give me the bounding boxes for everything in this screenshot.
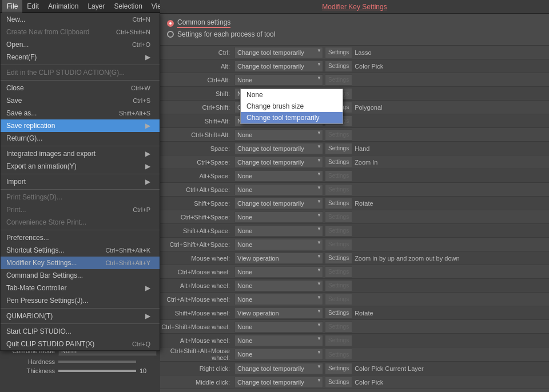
row-settings-button[interactable]: Settings bbox=[325, 307, 352, 319]
row-dropdown-wrapper[interactable]: None bbox=[234, 335, 323, 346]
row-dropdown-wrapper[interactable]: None bbox=[234, 239, 323, 250]
row-dropdown[interactable]: None bbox=[234, 239, 323, 250]
menu-qumarion[interactable]: QUMARION(T) ▶ bbox=[1, 310, 160, 322]
row-dropdown[interactable]: Change tool temporarily bbox=[234, 377, 323, 388]
menu-return[interactable]: Return(G)... bbox=[1, 132, 160, 145]
menu-quit[interactable]: Quit CLIP STUDIO PAINT(X) Ctrl+Q bbox=[1, 338, 160, 350]
menu-recent[interactable]: Recent(F) ▶ bbox=[1, 51, 160, 63]
menu-open[interactable]: Open... Ctrl+O bbox=[1, 38, 160, 51]
menu-export-animation[interactable]: Export an animation(Y) ▶ bbox=[1, 160, 160, 173]
row-settings-button[interactable]: Settings bbox=[325, 253, 352, 264]
menu-modifier-key-settings[interactable]: Modifier Key Settings... Ctrl+Shift+Alt+… bbox=[1, 257, 160, 269]
row-dropdown-wrapper[interactable]: Change tool temporarily bbox=[234, 377, 323, 388]
row-dropdown[interactable]: None bbox=[234, 349, 323, 360]
row-dropdown-wrapper[interactable]: None bbox=[234, 129, 323, 141]
menu-integrated-export[interactable]: Integrated images and export ▶ bbox=[1, 147, 160, 160]
row-dropdown-wrapper[interactable]: None bbox=[234, 294, 323, 305]
row-settings-button[interactable]: Settings bbox=[325, 61, 352, 72]
row-dropdown[interactable]: None bbox=[234, 321, 323, 333]
thickness-slider[interactable] bbox=[58, 370, 136, 372]
row-dropdown[interactable]: None bbox=[234, 280, 323, 291]
menu-print-settings: Print Settings(D)... bbox=[1, 191, 160, 203]
row-dropdown[interactable]: None bbox=[234, 211, 323, 223]
menu-file[interactable]: File bbox=[2, 0, 22, 13]
row-extra-value: Color Pick Current Layer bbox=[355, 365, 423, 372]
row-dropdown[interactable]: None bbox=[234, 74, 323, 86]
row-extra-value: Lasso bbox=[355, 49, 371, 56]
row-settings-button[interactable]: Settings bbox=[325, 157, 352, 168]
menu-import[interactable]: Import ▶ bbox=[1, 175, 160, 188]
row-extra-value: Color Pick bbox=[355, 63, 383, 70]
row-dropdown-wrapper[interactable]: None bbox=[234, 266, 323, 278]
row-dropdown-wrapper[interactable]: None bbox=[234, 184, 323, 195]
row-dropdown[interactable]: None bbox=[234, 170, 323, 182]
settings-row: Shift+Space:Change tool temporarilySetti… bbox=[160, 197, 549, 210]
menu-shortcut-settings[interactable]: Shortcut Settings... Ctrl+Shift+Alt+K bbox=[1, 244, 160, 257]
row-dropdown-wrapper[interactable]: Change tool temporarily bbox=[234, 61, 323, 72]
menu-save-as[interactable]: Save as... Shift+Alt+S bbox=[1, 107, 160, 119]
row-dropdown[interactable]: None bbox=[234, 266, 323, 278]
row-dropdown-wrapper[interactable]: None bbox=[234, 74, 323, 86]
row-dropdown-wrapper[interactable]: None bbox=[234, 211, 323, 223]
row-dropdown[interactable]: Change tool temporarily bbox=[234, 61, 323, 72]
popup-none[interactable]: None bbox=[241, 89, 343, 101]
row-dropdown-wrapper[interactable]: Change tool temporarily bbox=[234, 143, 323, 154]
radio-per-tool[interactable]: Settings for each process of tool bbox=[167, 30, 542, 38]
row-dropdown-wrapper[interactable]: None bbox=[234, 170, 323, 182]
menu-edit-clip-studio: Edit in the CLIP STUDIO ACTION(G)... bbox=[1, 66, 160, 79]
radio-common[interactable]: Common settings bbox=[167, 18, 542, 28]
row-dropdown-wrapper[interactable]: View operation bbox=[234, 307, 323, 319]
row-label: Ctrl+Shift: bbox=[160, 104, 234, 111]
menu-pen-pressure[interactable]: Pen Pressure Settings(J)... bbox=[1, 294, 160, 307]
menu-save[interactable]: Save Ctrl+S bbox=[1, 94, 160, 107]
row-dropdown[interactable]: Change tool temporarily bbox=[234, 47, 323, 58]
menu-command-bar-settings[interactable]: Command Bar Settings... bbox=[1, 269, 160, 282]
row-dropdown[interactable]: Change tool temporarily bbox=[234, 157, 323, 168]
popup-change-tool[interactable]: Change tool temporarily bbox=[241, 112, 343, 123]
menu-layer[interactable]: Layer bbox=[83, 0, 109, 13]
menu-close[interactable]: Close Ctrl+W bbox=[1, 82, 160, 94]
row-settings-button[interactable]: Settings bbox=[325, 198, 352, 209]
radio-per-tool-btn[interactable] bbox=[167, 31, 174, 38]
row-dropdown[interactable]: None bbox=[234, 225, 323, 237]
row-label: Ctrl+Space: bbox=[160, 159, 234, 166]
menu-preferences[interactable]: Preferences... bbox=[1, 231, 160, 244]
hardness-slider[interactable] bbox=[58, 361, 136, 363]
row-dropdown[interactable]: View operation bbox=[234, 307, 323, 319]
row-dropdown[interactable]: None bbox=[234, 294, 323, 305]
row-dropdown[interactable]: None bbox=[234, 335, 323, 346]
row-dropdown-wrapper[interactable]: None bbox=[234, 225, 323, 237]
row-dropdown[interactable]: Change tool temporarily bbox=[234, 198, 323, 209]
menu-convenience-print: Convenience Store Print... bbox=[1, 216, 160, 229]
row-dropdown[interactable]: Change tool temporarily bbox=[234, 143, 323, 154]
row-dropdown-wrapper[interactable]: None bbox=[234, 321, 323, 333]
thickness-value: 10 bbox=[140, 367, 157, 374]
hardness-row: Hardness bbox=[3, 358, 157, 365]
row-dropdown[interactable]: Change tool temporarily bbox=[234, 363, 323, 374]
row-dropdown[interactable]: None bbox=[234, 129, 323, 141]
radio-common-btn[interactable] bbox=[167, 20, 174, 27]
row-dropdown-wrapper[interactable]: Change tool temporarily bbox=[234, 47, 323, 58]
menu-tab-mate[interactable]: Tab-Mate Controller ▶ bbox=[1, 282, 160, 294]
popup-change-brush[interactable]: Change brush size bbox=[241, 101, 343, 112]
row-settings-button[interactable]: Settings bbox=[325, 47, 352, 58]
hardness-label: Hardness bbox=[3, 358, 55, 365]
row-dropdown-wrapper[interactable]: Change tool temporarily bbox=[234, 363, 323, 374]
row-dropdown-wrapper[interactable]: None bbox=[234, 349, 323, 360]
row-label: Shift+Alt: bbox=[160, 118, 234, 125]
menu-start-clip-studio[interactable]: Start CLIP STUDIO... bbox=[1, 325, 160, 338]
row-dropdown-wrapper[interactable]: Change tool temporarily bbox=[234, 157, 323, 168]
menu-animation[interactable]: Animation bbox=[43, 0, 83, 13]
row-dropdown-wrapper[interactable]: None bbox=[234, 280, 323, 291]
row-settings-button[interactable]: Settings bbox=[325, 377, 352, 388]
menu-selection[interactable]: Selection bbox=[109, 0, 146, 13]
row-dropdown[interactable]: None bbox=[234, 184, 323, 195]
row-dropdown[interactable]: View operation bbox=[234, 253, 323, 264]
row-dropdown-wrapper[interactable]: Change tool temporarily bbox=[234, 198, 323, 209]
row-settings-button[interactable]: Settings bbox=[325, 363, 352, 374]
menu-new[interactable]: New... Ctrl+N bbox=[1, 13, 160, 26]
menu-edit[interactable]: Edit bbox=[22, 0, 43, 13]
menu-save-replication[interactable]: Save replication ▶ bbox=[1, 119, 160, 132]
row-dropdown-wrapper[interactable]: View operation bbox=[234, 253, 323, 264]
row-settings-button[interactable]: Settings bbox=[325, 143, 352, 154]
